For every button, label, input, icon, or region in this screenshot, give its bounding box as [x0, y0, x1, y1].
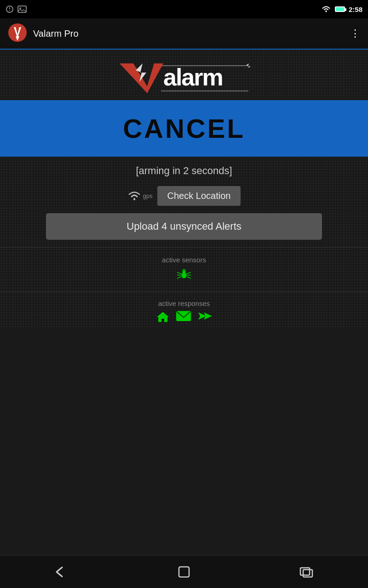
svg-point-18	[183, 270, 184, 271]
nav-recents-button[interactable]	[293, 563, 321, 581]
svg-rect-31	[179, 567, 189, 577]
cancel-button[interactable]: CANCEL	[0, 100, 368, 157]
gps-wifi-icon	[127, 191, 141, 202]
svg-line-23	[186, 272, 191, 274]
status-bar: 2:58	[0, 0, 368, 18]
location-row: gps Check Location	[0, 183, 368, 213]
sensors-section: active sensors	[0, 251, 368, 288]
status-time: 2:58	[349, 6, 362, 13]
svg-point-2	[9, 10, 10, 11]
svg-line-20	[177, 272, 182, 274]
response-icons	[0, 310, 368, 323]
responses-label: active responses	[0, 300, 368, 307]
status-left-icons	[6, 5, 27, 13]
status-right-icons: 2:58	[321, 6, 362, 13]
app-logo	[7, 23, 28, 44]
main-content: alarm CANCEL [arming in 2 seconds] gps C…	[0, 50, 368, 328]
home-response-icon	[156, 310, 170, 323]
divider-1	[0, 247, 368, 248]
svg-point-16	[182, 272, 186, 278]
app-bar: Valarm Pro ⋮	[0, 18, 368, 50]
cancel-label: CANCEL	[123, 113, 245, 144]
svg-rect-33	[303, 570, 312, 577]
forward-response-icon	[197, 310, 212, 322]
app-title: Valarm Pro	[33, 28, 79, 39]
spider-icon	[0, 266, 368, 285]
email-response-icon	[176, 310, 191, 322]
svg-point-15	[133, 198, 135, 200]
svg-text:alarm: alarm	[163, 64, 223, 90]
responses-section: active responses	[0, 296, 368, 328]
svg-line-22	[177, 277, 182, 278]
battery-icon	[335, 6, 345, 12]
gps-icon-group: gps	[127, 191, 153, 202]
divider-2	[0, 292, 368, 292]
wifi-icon	[321, 6, 331, 13]
upload-button[interactable]: Upload 4 unsynced Alerts	[46, 213, 322, 240]
svg-point-5	[325, 11, 327, 12]
valarm-logo: alarm	[110, 59, 258, 96]
svg-marker-26	[157, 312, 169, 322]
image-icon	[17, 6, 27, 13]
notification-icon	[6, 5, 14, 13]
gps-label: gps	[143, 192, 153, 199]
svg-point-17	[182, 269, 186, 273]
svg-line-25	[186, 277, 191, 278]
svg-rect-32	[300, 568, 310, 575]
nav-back-button[interactable]	[47, 563, 75, 581]
nav-bar	[0, 555, 368, 588]
arming-text: [arming in 2 seconds]	[0, 157, 368, 183]
check-location-button[interactable]: Check Location	[157, 186, 241, 206]
svg-point-19	[184, 270, 185, 271]
overflow-menu-icon[interactable]: ⋮	[350, 28, 361, 40]
app-bar-left: Valarm Pro	[7, 23, 79, 44]
nav-home-button[interactable]	[170, 563, 198, 581]
logo-area: alarm	[0, 50, 368, 100]
sensors-label: active sensors	[0, 256, 368, 264]
